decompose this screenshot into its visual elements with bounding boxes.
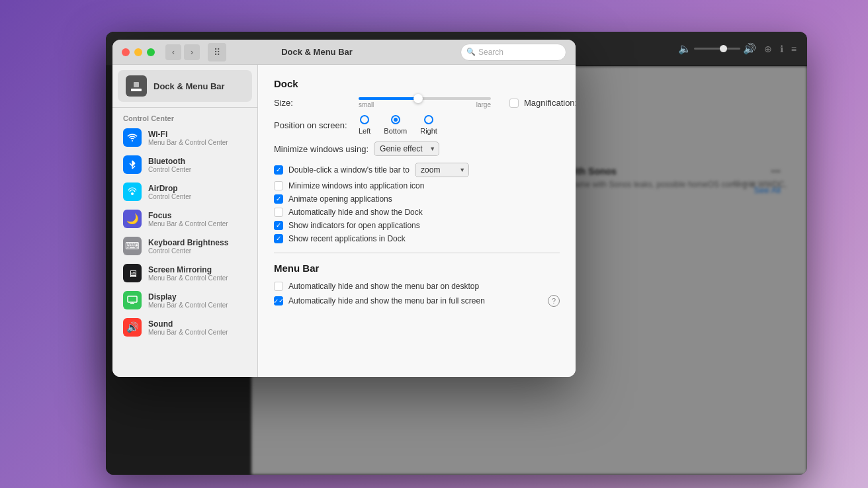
- hide-menubar-desktop-checkbox[interactable]: [274, 282, 283, 291]
- position-right-radio[interactable]: [424, 115, 433, 124]
- minimize-select[interactable]: Genie effect Scale effect: [374, 142, 439, 156]
- sysprefs-item-sound[interactable]: 🔊 Sound Menu Bar & Control Center: [115, 314, 255, 341]
- sound-subtitle: Menu Bar & Control Center: [148, 329, 228, 336]
- sound-icon: 🔊: [123, 318, 142, 337]
- minimize-row: Minimize windows using: Genie effect Sca…: [274, 142, 560, 156]
- modal-overlay: ‹ › ⠿ Dock & Menu Bar 🔍: [0, 0, 868, 488]
- hide-menubar-fullscreen-row: ✓ Automatically hide and show the menu b…: [274, 295, 560, 307]
- double-click-label: Double-click a window's title bar to: [288, 165, 410, 175]
- sysprefs-selected-item[interactable]: Dock & Menu Bar: [118, 70, 252, 102]
- sysprefs-item-wifi[interactable]: Wi-Fi Menu Bar & Control Center: [115, 124, 255, 151]
- position-right-label: Right: [420, 127, 437, 135]
- sysprefs-right-panel: Dock Size: small large: [258, 65, 576, 377]
- size-label: Size:: [274, 98, 353, 108]
- sound-name: Sound: [148, 319, 228, 329]
- focus-item-text: Focus Menu Bar & Control Center: [148, 211, 228, 227]
- sysprefs-item-bluetooth[interactable]: Bluetooth Control Center: [115, 151, 255, 178]
- display-icon: [123, 291, 142, 309]
- recent-label: Show recent applications in Dock: [288, 234, 406, 243]
- display-item-text: Display Menu Bar & Control Center: [148, 292, 228, 309]
- indicators-label: Show indicators for open applications: [288, 221, 420, 230]
- airdrop-icon: [123, 183, 142, 201]
- focus-subtitle: Menu Bar & Control Center: [148, 220, 228, 227]
- sysprefs-window: ‹ › ⠿ Dock & Menu Bar 🔍: [112, 40, 576, 377]
- sysprefs-title: Dock & Menu Bar: [179, 47, 455, 57]
- size-large-label: large: [476, 101, 491, 108]
- display-subtitle: Menu Bar & Control Center: [148, 302, 228, 309]
- minimize-into-app-checkbox[interactable]: [274, 181, 283, 190]
- position-left[interactable]: Left: [359, 115, 370, 135]
- screen-mirroring-item-text: Screen Mirroring Menu Bar & Control Cent…: [148, 265, 228, 282]
- wifi-icon: [123, 128, 142, 147]
- magnification-row: Magnification: min max: [509, 97, 576, 108]
- svg-rect-0: [131, 89, 142, 91]
- double-click-select[interactable]: zoom minimize none: [415, 163, 469, 177]
- double-click-dropdown[interactable]: zoom minimize none ▼: [415, 163, 469, 177]
- double-click-checkbox[interactable]: [274, 165, 283, 175]
- animate-row: Animate opening applications: [274, 194, 560, 204]
- sysprefs-search[interactable]: 🔍: [460, 44, 566, 61]
- sysprefs-close-button[interactable]: [122, 48, 130, 56]
- dock-menubar-icon: [126, 75, 147, 97]
- size-slider[interactable]: [359, 97, 491, 100]
- airdrop-name: AirDrop: [148, 184, 191, 193]
- sysprefs-item-screen-mirroring[interactable]: 🖥 Screen Mirroring Menu Bar & Control Ce…: [115, 260, 255, 286]
- indicators-checkbox[interactable]: [274, 221, 283, 230]
- animate-label: Animate opening applications: [288, 194, 392, 204]
- wifi-name: Wi-Fi: [148, 130, 228, 139]
- size-row: Size: small large Magnification: [274, 97, 560, 108]
- hide-menubar-fullscreen-checkbox[interactable]: ✓: [274, 296, 283, 305]
- screen-mirroring-subtitle: Menu Bar & Control Center: [148, 274, 228, 282]
- display-name: Display: [148, 292, 228, 302]
- airdrop-item-text: AirDrop Control Center: [148, 184, 191, 200]
- minimize-into-app-label: Minimize windows into application icon: [288, 181, 424, 190]
- sysprefs-maximize-button[interactable]: [147, 48, 155, 56]
- svg-rect-6: [128, 296, 137, 302]
- animate-checkbox[interactable]: [274, 194, 283, 204]
- magnification-checkbox[interactable]: [509, 99, 519, 108]
- sysprefs-search-icon: 🔍: [466, 48, 476, 56]
- sound-item-text: Sound Menu Bar & Control Center: [148, 319, 228, 336]
- position-right[interactable]: Right: [420, 115, 437, 135]
- position-bottom[interactable]: Bottom: [384, 115, 407, 135]
- keyboard-item-text: Keyboard Brightness Control Center: [148, 238, 228, 255]
- keyboard-subtitle: Control Center: [148, 247, 228, 255]
- minimize-dropdown[interactable]: Genie effect Scale effect ▼: [374, 142, 439, 156]
- hide-menubar-fullscreen-label: Automatically hide and show the menu bar…: [288, 296, 485, 305]
- position-bottom-radio[interactable]: [391, 115, 400, 124]
- hide-menubar-desktop-label: Automatically hide and show the menu bar…: [288, 282, 479, 291]
- focus-icon: 🌙: [123, 210, 142, 228]
- position-bottom-label: Bottom: [384, 127, 407, 135]
- screen-mirroring-name: Screen Mirroring: [148, 265, 228, 274]
- sysprefs-minimize-button[interactable]: [134, 48, 142, 56]
- sysprefs-search-input[interactable]: [478, 48, 560, 57]
- sysprefs-item-display[interactable]: Display Menu Bar & Control Center: [115, 287, 255, 313]
- control-center-header: Control Center: [112, 110, 257, 124]
- sysprefs-item-focus[interactable]: 🌙 Focus Menu Bar & Control Center: [115, 206, 255, 232]
- screen-mirroring-icon: 🖥: [123, 264, 142, 282]
- svg-point-5: [131, 192, 134, 195]
- indicators-row: Show indicators for open applications: [274, 221, 560, 230]
- sysprefs-item-airdrop[interactable]: AirDrop Control Center: [115, 179, 255, 205]
- autohide-label: Automatically hide and show the Dock: [288, 208, 423, 217]
- size-small-label: small: [359, 101, 374, 108]
- recent-checkbox[interactable]: [274, 234, 283, 243]
- selected-item-label: Dock & Menu Bar: [153, 81, 225, 91]
- autohide-checkbox[interactable]: [274, 208, 283, 217]
- position-row: Position on screen: Left Bottom Right: [274, 115, 560, 135]
- bluetooth-name: Bluetooth: [148, 157, 191, 166]
- autohide-row: Automatically hide and show the Dock: [274, 208, 560, 217]
- help-button[interactable]: ?: [548, 295, 560, 307]
- position-options: Left Bottom Right: [359, 115, 437, 135]
- minimize-label: Minimize windows using:: [274, 144, 369, 154]
- sysprefs-left-panel: Dock & Menu Bar Control Center Wi-Fi Men…: [112, 65, 258, 377]
- size-slider-container: small large: [359, 97, 491, 108]
- focus-name: Focus: [148, 211, 228, 220]
- bluetooth-subtitle: Control Center: [148, 166, 191, 173]
- bluetooth-icon: [123, 155, 142, 174]
- position-left-label: Left: [359, 127, 370, 135]
- position-left-radio[interactable]: [360, 115, 369, 124]
- keyboard-name: Keyboard Brightness: [148, 238, 228, 247]
- wifi-item-text: Wi-Fi Menu Bar & Control Center: [148, 130, 228, 146]
- sysprefs-item-keyboard-brightness[interactable]: ⌨ Keyboard Brightness Control Center: [115, 233, 255, 259]
